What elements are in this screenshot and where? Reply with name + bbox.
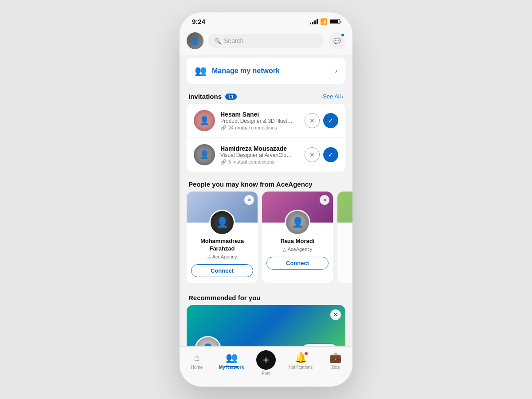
card-banner-3: [337, 192, 352, 223]
jobs-icon: 💼: [329, 352, 341, 364]
battery-icon: [330, 19, 340, 24]
people-section-label: People you may know from AceAgency: [180, 175, 352, 192]
messaging-badge: [341, 33, 344, 37]
hamidreza-title: Visual Designer at ArvanClo…: [220, 152, 299, 158]
post-icon: +: [263, 354, 269, 366]
reject-hesam-button[interactable]: ✕: [305, 113, 320, 128]
nav-notifications-label: Notifications: [289, 365, 313, 370]
connect-mohammadreza-button[interactable]: Connect: [191, 264, 253, 277]
manage-network-label: Manage my network: [212, 67, 280, 75]
nav-notifications[interactable]: 🔔 Notifications: [283, 350, 318, 378]
invitations-card: 👤 Hesam Sanei Product Designer & 3D Illu…: [187, 104, 345, 172]
status-time: 9:24: [192, 18, 205, 25]
phone-content: 👤 🔍 Search 💬 👥 Manage my network › Invit…: [180, 28, 352, 346]
search-icon: 🔍: [214, 38, 221, 44]
recommended-banner: ✕ 👤 Follow: [187, 305, 345, 346]
people-scroll: ✕ 👤 Mohammadreza Farahzad △ AceAgency Co…: [180, 192, 352, 289]
nav-my-network[interactable]: 👥 My Network: [214, 350, 249, 378]
invitations-title: Invitations: [188, 93, 222, 100]
chevron-right-icon: ›: [335, 67, 337, 75]
person-card-extra: [337, 192, 352, 283]
search-placeholder: Search: [224, 37, 243, 44]
person-card-reza: ✕ 👤 Reza Moradi △ AceAgency Connect: [262, 192, 333, 283]
reza-avatar[interactable]: 👤: [285, 210, 310, 235]
wifi-icon: 📶: [320, 18, 327, 25]
hesam-mutual: 🔗 24 mutual connections: [220, 125, 299, 131]
reject-hamidreza-button[interactable]: ✕: [305, 147, 320, 162]
network-icon: 👥: [195, 65, 207, 77]
header-bar: 👤 🔍 Search 💬: [180, 28, 352, 55]
mohammadreza-role: △ AceAgency: [191, 254, 253, 260]
nav-network-label: My Network: [219, 365, 244, 370]
status-bar: 9:24 📶: [180, 12, 352, 28]
card-banner-1: ✕ 👤: [187, 192, 258, 223]
messaging-icon: 💬: [333, 38, 341, 44]
invitations-badge: 11: [225, 94, 237, 100]
phone-shell: 9:24 📶 👤 🔍 Search 💬: [180, 12, 352, 387]
network-nav-icon: 👥: [226, 352, 238, 364]
invitation-item: 👤 Hamidreza Mousazade Visual Designer at…: [187, 138, 345, 172]
hamidreza-name: Hamidreza Mousazade: [220, 145, 299, 152]
mohammadreza-avatar[interactable]: 👤: [209, 210, 235, 235]
accept-hamidreza-button[interactable]: ✓: [323, 147, 338, 162]
mutual-icon: 🔗: [220, 159, 227, 165]
hamidreza-avatar[interactable]: 👤: [194, 144, 215, 165]
recommended-avatar[interactable]: 👤: [195, 336, 221, 346]
card-banner-2: ✕ 👤: [262, 192, 333, 223]
hesam-title: Product Designer & 3D Illust…: [220, 118, 299, 124]
messaging-button[interactable]: 💬: [329, 32, 345, 49]
see-all-chevron-icon: ›: [342, 93, 344, 100]
hesam-name: Hesam Sanei: [220, 111, 299, 118]
close-recommended-button[interactable]: ✕: [330, 309, 341, 320]
nav-home-label: Home: [191, 365, 203, 370]
mutual-icon: 🔗: [220, 125, 227, 131]
nav-post-label: Post: [262, 371, 270, 376]
hamidreza-mutual: 🔗 5 mutual connections: [220, 159, 299, 165]
connect-reza-button[interactable]: Connect: [266, 257, 329, 270]
status-icons: 📶: [310, 18, 340, 25]
nav-jobs-label: Jobs: [330, 365, 340, 370]
hesam-avatar[interactable]: 👤: [194, 110, 215, 131]
active-indicator: [225, 366, 238, 367]
notifications-nav-icon: 🔔: [295, 352, 307, 364]
reza-name: Reza Moradi: [266, 238, 329, 245]
user-avatar[interactable]: 👤: [187, 32, 203, 49]
company-icon: △: [207, 254, 211, 260]
recommended-section-label: Recommended for you: [180, 289, 352, 305]
company-icon: △: [283, 246, 286, 252]
reza-role: △ AceAgency: [266, 246, 329, 252]
invitation-item: 👤 Hesam Sanei Product Designer & 3D Illu…: [187, 104, 345, 138]
nav-post[interactable]: + Post: [249, 350, 283, 378]
bottom-nav: ⌂ Home 👥 My Network + Post 🔔 Notificatio…: [180, 346, 352, 387]
recommended-card: ✕ 👤 Follow: [187, 305, 345, 346]
invitations-section-header: Invitations 11 See All ›: [180, 87, 352, 104]
mohammadreza-name: Mohammadreza Farahzad: [191, 238, 253, 253]
person-card-mohammadreza: ✕ 👤 Mohammadreza Farahzad △ AceAgency Co…: [187, 192, 258, 283]
search-bar[interactable]: 🔍 Search: [208, 34, 324, 48]
post-button[interactable]: +: [256, 350, 276, 370]
home-icon: ⌂: [194, 352, 200, 364]
accept-hesam-button[interactable]: ✓: [323, 113, 338, 128]
see-all-invitations[interactable]: See All ›: [323, 93, 344, 100]
close-reza-button[interactable]: ✕: [320, 195, 329, 205]
signal-icon: [310, 19, 318, 24]
manage-network-button[interactable]: 👥 Manage my network ›: [187, 58, 345, 84]
notification-badge: [305, 352, 308, 355]
nav-home[interactable]: ⌂ Home: [180, 350, 214, 378]
close-mohammadreza-button[interactable]: ✕: [244, 195, 254, 205]
nav-jobs[interactable]: 💼 Jobs: [318, 350, 352, 378]
